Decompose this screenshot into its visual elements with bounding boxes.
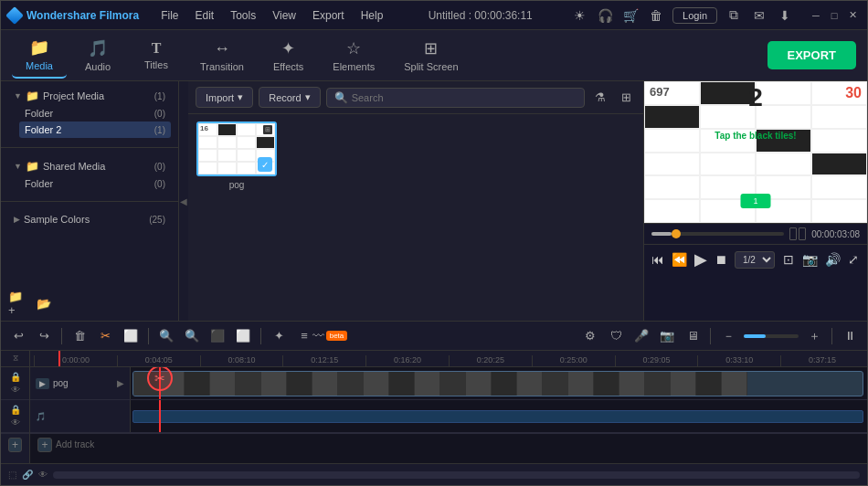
zoom-out-button[interactable]: 🔍: [182, 326, 202, 346]
minimize-button[interactable]: ─: [809, 8, 823, 23]
zoom-slider[interactable]: [744, 334, 799, 338]
frame-back-button[interactable]: ⏪: [672, 248, 687, 270]
sun-icon[interactable]: ☀: [570, 6, 588, 25]
panel-collapse-handle[interactable]: ◀: [179, 81, 188, 321]
track-play-icon[interactable]: ▶: [36, 378, 49, 389]
filter-icon[interactable]: ⚗: [590, 88, 610, 108]
import-button[interactable]: Import ▾: [196, 87, 253, 108]
menu-file[interactable]: File: [153, 7, 185, 24]
view-toggle-icon[interactable]: ⊞: [616, 88, 636, 108]
horizontal-scrollbar[interactable]: [53, 471, 860, 479]
export-button[interactable]: EXPORT: [767, 41, 856, 69]
maximize-button[interactable]: □: [827, 8, 842, 23]
headphone-icon[interactable]: 🎧: [596, 6, 614, 25]
media-item-pog[interactable]: ⊞ 16 ✓ pog: [196, 122, 278, 313]
add-track-button[interactable]: +: [8, 438, 22, 452]
copy-icon[interactable]: ⧉: [725, 6, 743, 25]
zoom-out-tl[interactable]: －: [718, 326, 738, 346]
app-logo: Wondershare Filmora: [8, 9, 139, 22]
screenshot-button[interactable]: 📷: [802, 248, 818, 270]
toolbar-sep-4: [710, 328, 711, 344]
sample-colors-header[interactable]: ▶ Sample Colors (25): [8, 211, 171, 227]
timeline-add-track-button[interactable]: +: [37, 438, 52, 452]
track-expand-icon[interactable]: ▶: [117, 378, 124, 388]
timeline-start-icon[interactable]: ⬚: [8, 470, 16, 480]
menu-export[interactable]: Export: [305, 7, 352, 24]
project-media-header[interactable]: ▼ 📁 Project Media (1): [8, 87, 171, 105]
tab-splitscreen[interactable]: ⊞ Split Screen: [391, 33, 471, 78]
menu-edit[interactable]: Edit: [187, 7, 221, 24]
folder2-item[interactable]: Folder 2 (1): [19, 122, 171, 138]
stop-button[interactable]: ⏹: [715, 248, 727, 270]
shield-icon[interactable]: 🛡: [606, 326, 626, 346]
transform-button[interactable]: ⬛: [207, 326, 228, 346]
volume-button[interactable]: 🔊: [825, 248, 841, 270]
color-button[interactable]: ✦: [269, 326, 289, 346]
undo-button[interactable]: ↩: [8, 326, 28, 346]
new-folder-button[interactable]: 📂: [34, 293, 54, 313]
menu-help[interactable]: Help: [354, 7, 391, 24]
skip-back-button[interactable]: ⏮: [651, 248, 664, 270]
seek-bar[interactable]: [651, 232, 784, 236]
add-track-row: +: [1, 433, 29, 455]
bottom-bar: ⬚ 🔗 👁: [1, 463, 867, 485]
fit-screen-button[interactable]: ⊡: [782, 248, 795, 270]
screen-record-icon[interactable]: 🖥: [683, 326, 703, 346]
speed-select[interactable]: 1/2 1x: [735, 251, 775, 269]
record-button[interactable]: Record ▾: [259, 87, 320, 108]
close-button[interactable]: ✕: [845, 8, 860, 23]
lock-icon[interactable]: 🔒: [10, 372, 21, 382]
mail-icon[interactable]: ✉: [750, 6, 768, 25]
play-button[interactable]: ▶: [694, 248, 707, 270]
shared-folder-item[interactable]: Folder (0): [19, 175, 171, 192]
mic-icon[interactable]: 🎤: [631, 326, 651, 346]
camera-icon[interactable]: 📷: [657, 326, 677, 346]
frame-22: [671, 372, 696, 396]
settings-icon[interactable]: ⚙: [580, 326, 600, 346]
seek-thumb: [672, 229, 681, 238]
lock-icon-2[interactable]: 🔒: [10, 405, 21, 415]
media-thumbnail: ⊞ 16 ✓: [196, 122, 277, 176]
audio-btn[interactable]: ≡: [294, 326, 314, 346]
menu-tools[interactable]: Tools: [223, 7, 263, 24]
add-folder-button[interactable]: 📁+: [8, 293, 28, 313]
media-item-label: pog: [229, 180, 245, 190]
timeline-eye-icon[interactable]: 👁: [38, 470, 48, 480]
search-input[interactable]: [352, 92, 577, 103]
motion-button[interactable]: ⬜: [233, 326, 253, 346]
cart-icon[interactable]: 🛒: [621, 6, 640, 25]
folder-item[interactable]: Folder (0): [19, 105, 171, 122]
zoom-in-button[interactable]: 🔍: [156, 326, 176, 346]
tab-audio[interactable]: 🎵 Audio: [70, 33, 125, 78]
pause-all-button[interactable]: ⏸: [840, 326, 860, 346]
menu-view[interactable]: View: [265, 7, 303, 24]
redo-button[interactable]: ↪: [34, 326, 54, 346]
waveform-button[interactable]: 〰 beta: [320, 326, 340, 346]
timeline-link-icon[interactable]: 🔗: [22, 470, 33, 480]
audio-track-content[interactable]: [131, 400, 867, 432]
shared-media-header[interactable]: ▼ 📁 Shared Media (0): [8, 157, 171, 175]
trash-icon[interactable]: 🗑: [647, 6, 665, 25]
tab-effects[interactable]: ✦ Effects: [260, 33, 316, 78]
tab-titles[interactable]: T Titles: [129, 35, 184, 76]
delete-button[interactable]: 🗑: [69, 326, 90, 346]
tab-transition[interactable]: ↔ Transition: [187, 34, 257, 78]
cut-button[interactable]: ✂: [95, 326, 115, 346]
media-checkmark: ✓: [258, 157, 272, 172]
crop-button[interactable]: ⬜: [121, 326, 141, 346]
tab-elements[interactable]: ☆ Elements: [320, 33, 387, 78]
download-icon[interactable]: ⬇: [776, 6, 794, 25]
eye-icon-2[interactable]: 👁: [11, 417, 20, 428]
ruler-5: 0:20:25: [449, 355, 532, 366]
login-button[interactable]: Login: [672, 7, 717, 24]
fullscreen-button[interactable]: ⤢: [848, 248, 861, 270]
video-track-content[interactable]: ✂: [131, 367, 867, 399]
title-right: ☀ 🎧 🛒 🗑 Login ⧉ ✉ ⬇ ─ □ ✕: [570, 6, 860, 25]
frame-3: [185, 372, 210, 396]
video-clip[interactable]: [132, 371, 863, 396]
audio-clip[interactable]: [132, 410, 863, 423]
tab-elements-label: Elements: [333, 61, 375, 72]
tab-media[interactable]: 📁 Media: [12, 32, 67, 79]
zoom-in-tl[interactable]: ＋: [804, 326, 824, 346]
eye-icon[interactable]: 👁: [11, 385, 20, 395]
